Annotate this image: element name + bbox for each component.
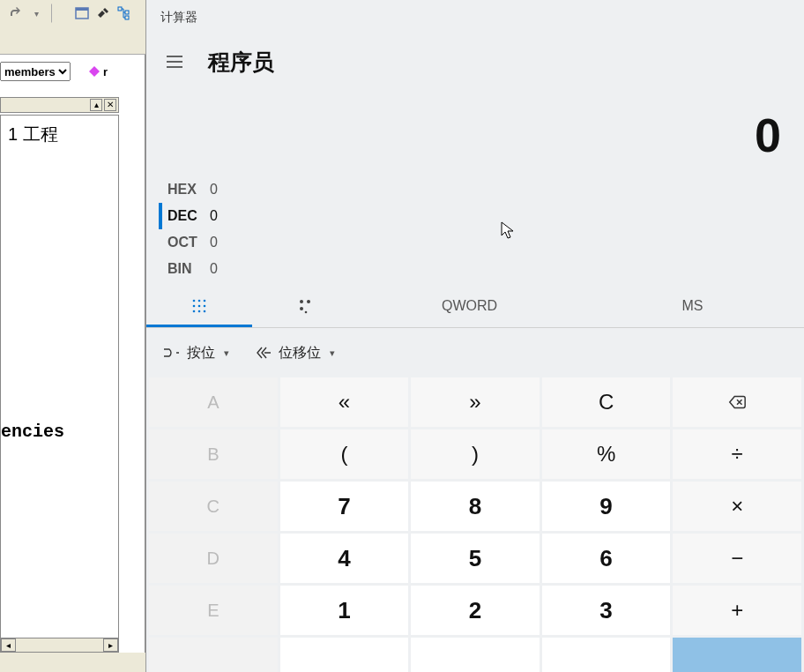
- scroll-right-icon[interactable]: ▸: [103, 638, 118, 652]
- key-2[interactable]: 2: [411, 586, 540, 635]
- key-mod[interactable]: %: [542, 429, 671, 479]
- svg-rect-2: [118, 7, 122, 11]
- key-9[interactable]: 9: [542, 482, 671, 531]
- key-F-partial[interactable]: [149, 638, 278, 672]
- radix-hex[interactable]: HEX 0: [159, 176, 792, 203]
- svg-point-12: [198, 310, 201, 313]
- panel-header: ▴ ✕: [0, 97, 119, 113]
- partial-text-encies: encies: [1, 422, 64, 442]
- svg-point-9: [198, 305, 201, 308]
- key-5[interactable]: 5: [411, 534, 540, 583]
- svg-point-13: [204, 310, 206, 313]
- scroll-left-icon[interactable]: ◂: [1, 638, 16, 652]
- word-size-label: QWORD: [442, 298, 497, 314]
- key-plus[interactable]: +: [673, 586, 801, 635]
- radix-bin-value: 0: [210, 261, 218, 277]
- svg-rect-3: [125, 11, 129, 14]
- radix-bin-label: BIN: [168, 261, 210, 277]
- hammer-icon[interactable]: [93, 4, 113, 23]
- ide-statusbar: [0, 653, 145, 672]
- svg-point-15: [307, 300, 310, 303]
- ide-toolbar: ▾: [0, 0, 145, 55]
- svg-point-16: [300, 307, 303, 310]
- undo-icon[interactable]: [5, 4, 25, 23]
- tab-memory-store[interactable]: MS: [581, 287, 804, 327]
- key-divide[interactable]: ÷: [673, 429, 801, 479]
- key-clear[interactable]: C: [542, 377, 671, 427]
- radix-bin[interactable]: BIN 0: [159, 256, 792, 282]
- ide-tree-panel: 1 工程 encies: [0, 115, 119, 644]
- tree-icon[interactable]: [115, 4, 134, 23]
- radix-dec-value: 0: [210, 208, 218, 224]
- key-8[interactable]: 8: [411, 482, 540, 531]
- radix-dec[interactable]: DEC 0: [159, 203, 792, 229]
- menu-button[interactable]: [157, 44, 192, 79]
- horizontal-scrollbar[interactable]: ◂ ▸: [0, 638, 119, 653]
- tab-bit-toggle[interactable]: [252, 287, 358, 327]
- members-row: members r: [0, 62, 108, 81]
- calculator-window: 计算器 程序员 0 HEX 0 DEC 0 OCT 0 BIN 0: [145, 0, 804, 672]
- key-7[interactable]: 7: [280, 482, 409, 531]
- svg-rect-1: [76, 8, 88, 11]
- tree-item-project[interactable]: 1 工程: [8, 123, 111, 146]
- key-A[interactable]: A: [149, 377, 278, 427]
- svg-point-17: [305, 311, 308, 314]
- svg-point-5: [193, 300, 196, 302]
- redo-dropdown-icon[interactable]: ▾: [26, 4, 46, 23]
- svg-point-8: [193, 305, 196, 308]
- panel-close-icon[interactable]: ✕: [104, 99, 116, 111]
- svg-point-11: [193, 310, 196, 313]
- backspace-icon: [727, 392, 747, 412]
- chevron-down-icon: ▾: [330, 347, 335, 359]
- key-rparen[interactable]: ): [411, 429, 540, 479]
- bits-icon: [296, 297, 314, 315]
- bitshift-button[interactable]: 位移位 ▾: [247, 339, 344, 368]
- key-E[interactable]: E: [149, 586, 278, 635]
- key-3[interactable]: 3: [542, 586, 671, 635]
- key-row6-a[interactable]: [280, 638, 409, 672]
- key-lparen[interactable]: (: [280, 429, 409, 479]
- svg-rect-4: [125, 16, 129, 19]
- calc-mode-title: 程序员: [208, 48, 274, 77]
- key-B[interactable]: B: [149, 429, 278, 479]
- key-row6-c[interactable]: [542, 638, 671, 672]
- panel-up-icon[interactable]: ▴: [90, 99, 102, 111]
- radix-oct-value: 0: [210, 235, 218, 250]
- tab-full-keypad[interactable]: [146, 287, 252, 327]
- key-lshift[interactable]: «: [280, 377, 409, 427]
- key-1[interactable]: 1: [280, 586, 409, 635]
- key-4[interactable]: 4: [280, 534, 409, 583]
- ide-background: ▾ members r ▴ ✕ 1 工程 encies ◂ ▸: [0, 0, 145, 672]
- radix-hex-label: HEX: [168, 182, 210, 198]
- key-backspace[interactable]: [673, 377, 801, 427]
- partial-label: r: [103, 65, 108, 78]
- diamond-icon: [88, 65, 100, 78]
- key-multiply[interactable]: ×: [673, 482, 801, 531]
- key-equals[interactable]: [673, 638, 801, 672]
- hamburger-icon: [167, 56, 182, 68]
- key-D[interactable]: D: [149, 534, 278, 583]
- key-rshift[interactable]: »: [411, 377, 540, 427]
- key-minus[interactable]: −: [673, 534, 801, 583]
- bitwise-label: 按位: [187, 344, 215, 362]
- key-6[interactable]: 6: [542, 534, 671, 583]
- gate-icon: [164, 345, 180, 361]
- radix-oct-label: OCT: [168, 235, 210, 250]
- key-row6-b[interactable]: [411, 638, 540, 672]
- ms-label: MS: [682, 298, 704, 314]
- key-C[interactable]: C: [149, 482, 278, 531]
- radix-dec-label: DEC: [168, 208, 210, 224]
- bitshift-label: 位移位: [279, 344, 321, 362]
- svg-point-14: [300, 300, 303, 303]
- window-title: 计算器: [160, 10, 197, 26]
- bitwise-button[interactable]: 按位 ▾: [155, 339, 238, 368]
- members-dropdown[interactable]: members: [0, 62, 71, 81]
- chevron-down-icon: ▾: [224, 347, 229, 359]
- svg-point-7: [204, 300, 206, 302]
- tab-word-size[interactable]: QWORD: [358, 287, 581, 327]
- radix-oct[interactable]: OCT 0: [159, 229, 792, 256]
- window-titlebar: 计算器: [146, 0, 804, 35]
- separator: [51, 4, 71, 23]
- window-icon[interactable]: [72, 4, 92, 23]
- radix-hex-value: 0: [210, 182, 218, 198]
